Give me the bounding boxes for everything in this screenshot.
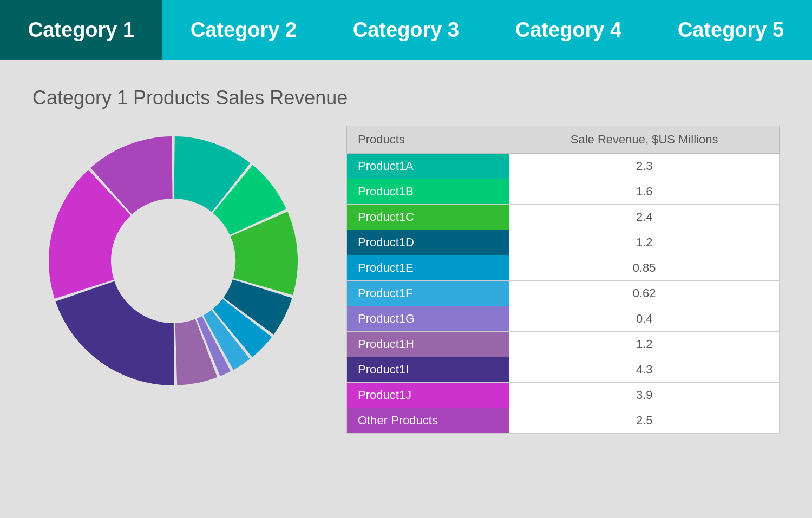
main-content: Category 1 Products Sales Revenue Produc… xyxy=(0,60,812,461)
product-value: 2.4 xyxy=(509,205,780,230)
donut-hole xyxy=(112,200,234,322)
tab-category-5[interactable]: Category 5 xyxy=(650,0,812,60)
donut-chart xyxy=(32,126,314,396)
table-row: Other Products 2.5 xyxy=(347,408,780,434)
tab-category-3[interactable]: Category 3 xyxy=(325,0,487,60)
product-label: Product1J xyxy=(347,383,509,408)
table-row: Product1H 1.2 xyxy=(347,332,780,357)
chart-title: Category 1 Products Sales Revenue xyxy=(32,87,780,109)
product-value: 4.3 xyxy=(509,357,780,383)
chart-area: Products Sale Revenue, $US Millions Prod… xyxy=(32,126,780,434)
product-label: Product1C xyxy=(347,205,509,230)
col-header-revenue: Sale Revenue, $US Millions xyxy=(509,126,780,154)
table-row: Product1E 0.85 xyxy=(347,255,780,281)
product-value: 3.9 xyxy=(509,383,780,408)
product-label: Product1D xyxy=(347,230,509,255)
product-label: Product1E xyxy=(347,255,509,281)
table-row: Product1I 4.3 xyxy=(347,357,780,383)
table-row: Product1A 2.3 xyxy=(347,154,780,179)
product-label: Product1A xyxy=(347,154,509,179)
product-value: 1.2 xyxy=(509,230,780,255)
table-row: Product1C 2.4 xyxy=(347,205,780,230)
product-value: 0.4 xyxy=(509,306,780,332)
product-value: 1.2 xyxy=(509,332,780,357)
table-row: Product1D 1.2 xyxy=(347,230,780,255)
table-row: Product1F 0.62 xyxy=(347,281,780,306)
product-label: Product1G xyxy=(347,306,509,332)
table-row: Product1G 0.4 xyxy=(347,306,780,332)
product-label: Product1I xyxy=(347,357,509,383)
product-value: 0.62 xyxy=(509,281,780,306)
tab-category-1[interactable]: Category 1 xyxy=(0,0,162,60)
product-value: 2.5 xyxy=(509,408,780,434)
product-label: Product1F xyxy=(347,281,509,306)
product-label: Other Products xyxy=(347,408,509,434)
product-value: 1.6 xyxy=(509,179,780,205)
table-row: Product1B 1.6 xyxy=(347,179,780,205)
tab-bar: Category 1 Category 2 Category 3 Categor… xyxy=(0,0,812,60)
products-table: Products Sale Revenue, $US Millions Prod… xyxy=(346,126,780,434)
product-value: 0.85 xyxy=(509,255,780,281)
table-row: Product1J 3.9 xyxy=(347,383,780,408)
tab-category-4[interactable]: Category 4 xyxy=(487,0,650,60)
col-header-products: Products xyxy=(347,126,509,154)
tab-category-2[interactable]: Category 2 xyxy=(162,0,325,60)
product-label: Product1H xyxy=(347,332,509,357)
product-label: Product1B xyxy=(347,179,509,205)
product-value: 2.3 xyxy=(509,154,780,179)
